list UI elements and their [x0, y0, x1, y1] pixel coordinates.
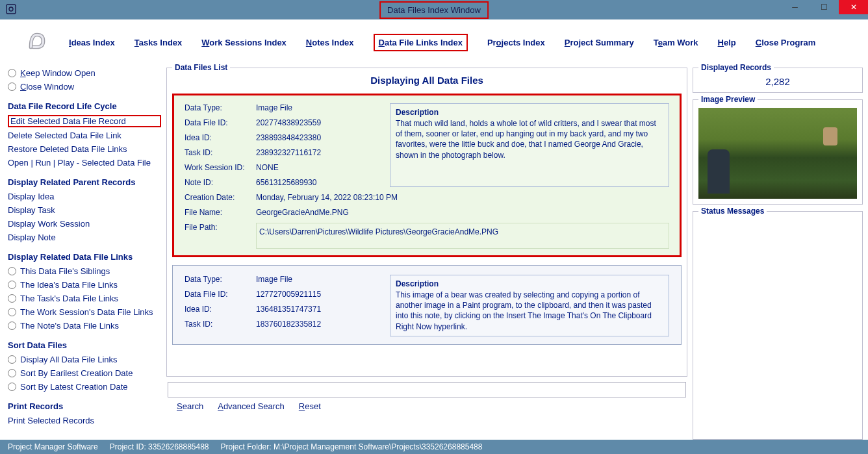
label-data-file-id: Data File ID:: [185, 290, 256, 299]
menu-projects-index[interactable]: Projects Index: [487, 38, 545, 47]
radio-keep-window-open[interactable]: Keep Window Open: [8, 68, 161, 79]
logo-icon: [25, 29, 49, 56]
label-data-type: Data Type:: [185, 275, 256, 284]
list-scroll-area[interactable]: Data Type: Image File Data File ID: 2027…: [171, 91, 683, 372]
label-task-id: Task ID:: [185, 148, 256, 157]
link-edit-selected-record[interactable]: Edit Selected Data File Record: [10, 116, 126, 127]
menu-team-work[interactable]: Team Work: [654, 38, 698, 47]
value-task-id: 183760182335812: [256, 320, 377, 329]
label-work-session-id: Work Session ID:: [185, 163, 256, 172]
link-display-idea[interactable]: Display Idea: [8, 191, 161, 202]
description-label: Description: [396, 108, 663, 117]
radio-close-window[interactable]: Close Window: [8, 81, 161, 92]
value-file-path: C:\Users\Darren\Pictures\Wildlife Pictur…: [256, 223, 669, 249]
menu-tasks-index[interactable]: Tasks Index: [134, 38, 182, 47]
link-print-selected[interactable]: Print Selected Records: [8, 415, 161, 426]
label-task-id: Task ID:: [185, 320, 256, 329]
search-link[interactable]: Search: [177, 401, 203, 411]
group-display-parent: Display Related Parent Records: [8, 177, 161, 187]
advanced-search-link[interactable]: Advanced Search: [218, 401, 285, 411]
link-display-note[interactable]: Display Note: [8, 232, 161, 243]
value-file-name: GeorgeGracieAndMe.PNG: [256, 208, 669, 217]
radio-tasks-links[interactable]: The Task's Data File Links: [8, 293, 161, 304]
group-related-links: Display Related Data File Links: [8, 252, 161, 262]
statusbar-project-id: Project ID: 33526268885488: [110, 442, 209, 451]
image-preview-box: Image Preview: [693, 99, 863, 205]
label-file-path: File Path:: [185, 223, 256, 249]
svg-rect-0: [6, 5, 16, 14]
status-messages-box: Status Messages: [693, 211, 863, 440]
data-files-list-legend: Data Files List: [172, 63, 230, 72]
value-work-session-id: NONE: [256, 163, 377, 172]
link-open-run-play[interactable]: Open | Run | Play - Selected Data File: [8, 157, 161, 168]
search-input[interactable]: [168, 382, 686, 397]
label-data-file-id: Data File ID:: [185, 118, 256, 127]
statusbar-project-folder: Project Folder: M:\Project Management So…: [221, 442, 483, 451]
svg-point-1: [9, 7, 13, 11]
value-idea-id: 136481351747371: [256, 305, 377, 314]
image-preview: [698, 108, 857, 199]
value-note-id: 65613125689930: [256, 178, 377, 187]
value-data-type: Image File: [256, 103, 377, 112]
value-task-id: 238932327116172: [256, 148, 377, 157]
radio-this-siblings[interactable]: This Data File's Siblings: [8, 266, 161, 277]
value-data-file-id: 202774838923559: [256, 118, 377, 127]
value-data-file-id: 127727005921115: [256, 290, 377, 299]
radio-ws-links[interactable]: The Work Session's Data File Links: [8, 307, 161, 318]
link-restore-deleted-links[interactable]: Restore Deleted Data File Links: [8, 144, 161, 155]
menu-help[interactable]: Help: [718, 38, 736, 47]
close-button[interactable]: ✕: [839, 0, 868, 14]
menu-work-sessions-index[interactable]: Work Sessions Index: [201, 38, 287, 47]
displayed-records-box: Displayed Records 2,282: [693, 68, 863, 93]
maximize-button[interactable]: ☐: [810, 0, 839, 14]
description-text: This image of a bear was created by sele…: [396, 290, 663, 332]
statusbar-app: Project Manager Software: [8, 442, 98, 451]
label-file-name: File Name:: [185, 208, 256, 217]
list-heading: Displaying All Data Files: [171, 75, 683, 86]
menu-notes-index[interactable]: Notes Index: [306, 38, 354, 47]
value-idea-id: 238893848423380: [256, 133, 377, 142]
minimize-button[interactable]: ─: [780, 0, 810, 14]
displayed-records-legend: Displayed Records: [698, 63, 774, 72]
label-creation-date: Creation Date:: [185, 193, 256, 202]
radio-display-all[interactable]: Display All Data File Links: [8, 354, 161, 365]
group-print: Print Records: [8, 401, 161, 411]
menu-project-summary[interactable]: Project Summary: [565, 38, 634, 47]
statusbar: Project Manager Software Project ID: 335…: [0, 440, 868, 454]
image-preview-legend: Image Preview: [698, 95, 758, 104]
titlebar: Data Files Index Window ─ ☐ ✕: [0, 0, 868, 19]
status-messages-legend: Status Messages: [698, 207, 767, 216]
data-file-record[interactable]: Data Type: Image File Data File ID: 2027…: [172, 94, 682, 257]
radio-sort-latest[interactable]: Sort By Latest Creation Date: [8, 381, 161, 392]
link-display-work-session[interactable]: Display Work Session: [8, 218, 161, 229]
group-lifecycle: Data File Record Life Cycle: [8, 101, 161, 111]
menu-close-program[interactable]: Close Program: [756, 38, 815, 47]
sidebar: Keep Window Open Close Window Data File …: [5, 68, 161, 440]
menu-data-file-links-index[interactable]: Data File Links Index: [374, 34, 468, 51]
label-note-id: Note ID:: [185, 178, 256, 187]
value-data-type: Image File: [256, 275, 377, 284]
description-box: Description That much wild land, holds a…: [390, 103, 669, 187]
value-creation-date: Monday, February 14, 2022 08:23:10 PM: [256, 193, 669, 202]
link-delete-selected-link[interactable]: Delete Selected Data File Link: [8, 130, 161, 141]
label-idea-id: Idea ID:: [185, 133, 256, 142]
description-text: That much wild land, holds a whole lot o…: [396, 118, 663, 160]
reset-link[interactable]: Reset: [299, 401, 321, 411]
group-sort: Sort Data Files: [8, 340, 161, 350]
menubar: Ideas Index Tasks Index Work Sessions In…: [5, 22, 863, 68]
link-display-task[interactable]: Display Task: [8, 205, 161, 216]
description-box: Description This image of a bear was cre…: [390, 275, 669, 336]
window-title: Data Files Index Window: [379, 1, 489, 19]
description-label: Description: [396, 279, 663, 288]
label-idea-id: Idea ID:: [185, 305, 256, 314]
displayed-records-count: 2,282: [698, 76, 857, 87]
radio-ideas-links[interactable]: The Idea's Data File Links: [8, 279, 161, 290]
menu-ideas-index[interactable]: Ideas Index: [69, 38, 115, 47]
label-data-type: Data Type:: [185, 103, 256, 112]
radio-notes-links[interactable]: The Note's Data File Links: [8, 320, 161, 331]
radio-sort-earliest[interactable]: Sort By Earilest Creation Date: [8, 368, 161, 379]
app-icon: [5, 3, 17, 17]
data-files-list-box: Data Files List Displaying All Data File…: [166, 68, 687, 377]
data-file-record[interactable]: Data Type: Image File Data File ID: 1277…: [172, 265, 682, 345]
